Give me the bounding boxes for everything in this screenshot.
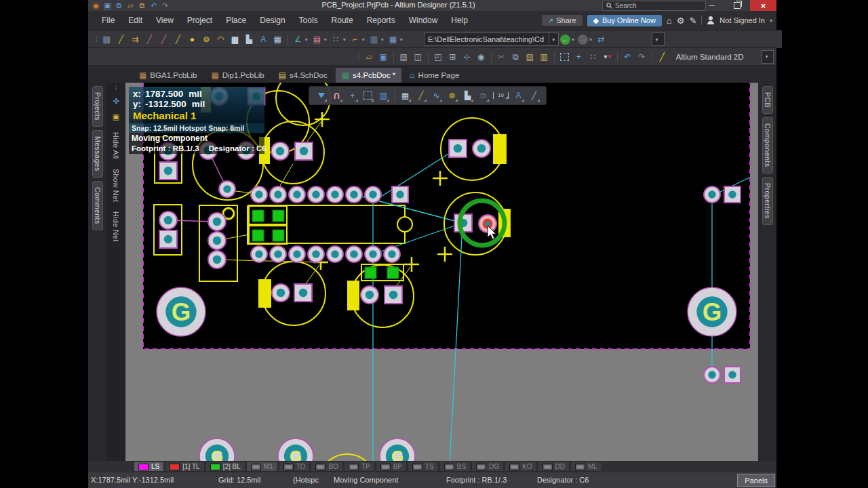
close-button[interactable]: × (750, 0, 776, 11)
place-polygon-icon[interactable]: ▙ (243, 34, 255, 45)
redo-icon[interactable]: ↷ (160, 1, 170, 11)
signin-label[interactable]: Not Signed In (719, 16, 765, 24)
save-all-icon[interactable]: ⧉ (114, 1, 124, 11)
restore-button[interactable] (727, 0, 747, 11)
layer-tab-ko[interactable]: KO (505, 462, 536, 472)
panel-tab-properties[interactable]: Properties (762, 177, 773, 225)
layer-tab--1-tl[interactable]: [1] TL (165, 462, 204, 472)
measure-dropdown-icon[interactable]: ∠ (292, 34, 304, 45)
magic-wand-icon[interactable]: ╱ (656, 51, 668, 62)
menu-item-reports[interactable]: Reports (360, 13, 402, 28)
panel-tab-components[interactable]: Components (762, 117, 773, 174)
menu-item-help[interactable]: Help (444, 13, 475, 28)
dropdown-caret[interactable]: ▾ (381, 37, 384, 43)
back-dropdown-icon[interactable]: ▾ (572, 37, 574, 43)
place-polygon-icon[interactable]: ▙ (462, 90, 473, 102)
smd-pad-highlighted[interactable] (387, 267, 399, 279)
place-string-icon[interactable]: A (513, 90, 524, 102)
smd-pad-highlighted[interactable] (273, 210, 284, 222)
forward-dropdown-icon[interactable]: ▾ (589, 37, 592, 43)
settings-gear-icon[interactable]: ⚙ (677, 16, 685, 26)
chevron-down-icon[interactable]: ▾ (770, 18, 772, 24)
view-configuration-dropdown[interactable]: ▾ (762, 50, 774, 64)
place-region-icon[interactable]: ▨ (101, 34, 113, 45)
place-via-icon[interactable]: ⊚ (201, 34, 212, 45)
place-via-icon[interactable]: ⊚ (446, 90, 458, 102)
layer-tab--2-bl[interactable]: [2] BL (205, 462, 245, 472)
crosshair-icon[interactable]: + (347, 90, 358, 102)
layer-tab-tp[interactable]: TP (344, 462, 375, 472)
layer-tab-m1[interactable]: M1 (246, 462, 278, 472)
doc-tab-home-page[interactable]: ⌂Home Page (403, 68, 465, 83)
layer-tab-bp[interactable]: BP (376, 462, 407, 472)
paste-icon[interactable]: ▤ (524, 51, 536, 62)
doc-tab-bga1-pcblib[interactable]: ▦BGA1.PcbLib (133, 68, 203, 83)
line-mode-icon[interactable]: ⧉ (477, 90, 489, 102)
dropdown-caret[interactable]: ▾ (324, 37, 327, 43)
wire-dropdown-icon[interactable]: ⌐ (349, 34, 361, 45)
clear-filter-icon[interactable]: ▼✕ (601, 51, 613, 62)
place-component-icon[interactable]: ▦ (272, 34, 283, 45)
panel-tab-messages[interactable]: Messages (92, 130, 103, 178)
quick-launch-dropdown-icon[interactable]: ▾ (652, 33, 661, 45)
layer-tab-dg[interactable]: DG (471, 462, 504, 472)
layer-tab-ls[interactable]: LS (134, 462, 164, 472)
share-button[interactable]: ↗ Share (542, 15, 583, 26)
buy-online-now-button[interactable]: ◆ Buy Online Now (587, 15, 662, 26)
layer-pair-dropdown-icon[interactable]: ▤ (311, 34, 323, 45)
panel-tab-comments[interactable]: Comments (92, 181, 103, 230)
smd-pad-highlighted[interactable] (252, 210, 264, 222)
place-pad-icon[interactable]: ● (186, 34, 198, 45)
route-variant-2-icon[interactable]: ╱ (158, 34, 170, 45)
path-dropdown-icon[interactable]: ▾ (549, 33, 558, 45)
open-icon[interactable]: ▱ (125, 1, 136, 11)
layer-tab-bs[interactable]: BS (439, 462, 471, 472)
dropdown-caret[interactable]: ▾ (362, 37, 365, 43)
layer-tab-to[interactable]: TO (279, 462, 311, 472)
toolbar-grip[interactable]: ⁞ (358, 53, 360, 60)
filter-icon[interactable] (315, 90, 327, 102)
place-string-icon[interactable]: A (258, 34, 269, 45)
smd-pad-highlighted[interactable] (365, 267, 376, 279)
menu-item-window[interactable]: Window (402, 13, 445, 28)
place-line-icon[interactable]: ╱ (528, 90, 540, 102)
cut-icon[interactable]: ✂ (496, 51, 507, 62)
menu-item-edit[interactable]: Edit (121, 13, 149, 28)
zoom-document-icon[interactable]: ◰ (433, 51, 444, 62)
menu-item-tools[interactable]: Tools (292, 13, 325, 28)
layer-tab-ts[interactable]: TS (408, 462, 439, 472)
plane-dropdown-icon[interactable]: ▥ (368, 34, 380, 45)
print-preview-icon[interactable]: ◫ (412, 51, 424, 62)
place-fill-icon[interactable]: ▆ (229, 34, 241, 45)
interactive-route-icon[interactable]: ╱ (415, 90, 427, 102)
align-dropdown-icon[interactable]: ∷ (330, 34, 342, 45)
smd-pad-highlighted[interactable] (252, 230, 264, 241)
route-variant-1-icon[interactable]: ╱ (144, 34, 155, 45)
net-color-icon[interactable]: ✜ (111, 96, 122, 107)
dropdown-caret[interactable]: ▾ (343, 37, 346, 43)
doc-tab-dip1-pcblib[interactable]: ▦Dip1.PcbLib (205, 68, 270, 83)
dropdown-caret[interactable]: ▾ (305, 37, 308, 43)
path-combo[interactable]: E:\DellElectronicSanat\teaching\Cd ▾ (424, 33, 559, 46)
forward-button[interactable]: → (578, 35, 588, 45)
tune-length-icon[interactable]: ∿ (431, 90, 442, 102)
select-area-icon[interactable] (362, 90, 374, 102)
board-region-icon[interactable]: ▣ (111, 111, 122, 123)
move-icon[interactable]: + (573, 51, 585, 62)
strip-label-hide-net[interactable]: Hide Net (112, 211, 120, 242)
board-insight-icon[interactable]: ▥ (378, 90, 389, 102)
undo-icon[interactable]: ↶ (149, 1, 159, 11)
menu-item-route[interactable]: Route (325, 13, 360, 28)
align-icon[interactable]: ∷ (587, 51, 599, 62)
panel-tab-projects[interactable]: Projects (92, 86, 103, 127)
route-pair-icon[interactable]: ⇉ (130, 34, 141, 45)
menu-item-project[interactable]: Project (180, 13, 219, 28)
smd-pad-highlighted[interactable] (273, 230, 284, 241)
toolbar-grip[interactable]: ⁞ (96, 36, 98, 43)
dimension-icon[interactable]: 10 (493, 92, 509, 99)
open-document-icon[interactable]: ⧉ (137, 1, 147, 11)
refresh-document-icon[interactable]: ⇄ (595, 34, 607, 45)
strip-label-hide-all[interactable]: Hide All (112, 132, 120, 159)
user-account-icon[interactable] (707, 16, 715, 24)
home-icon[interactable]: ⌂ (667, 16, 672, 26)
